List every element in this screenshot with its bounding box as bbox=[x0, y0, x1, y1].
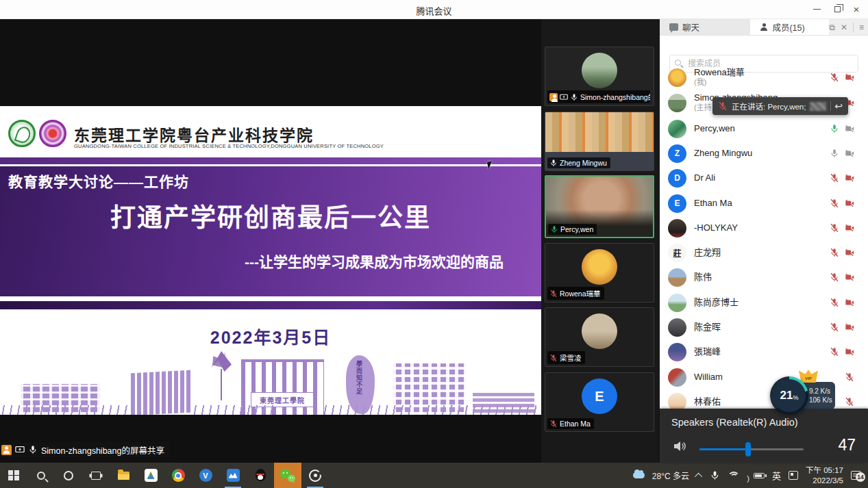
tab-chat[interactable]: 聊天 bbox=[660, 19, 750, 35]
input-language-indicator[interactable]: 英 bbox=[772, 469, 781, 482]
network-icon[interactable] bbox=[728, 472, 739, 480]
member-row[interactable]: -HOLYKAY bbox=[668, 216, 861, 240]
mic-icon[interactable] bbox=[830, 73, 839, 82]
cortana-button[interactable] bbox=[55, 463, 82, 488]
member-row[interactable]: 陈尚彦博士 bbox=[668, 290, 861, 315]
video-tile-simon[interactable]: Simon-zhangshibang的... bbox=[545, 47, 654, 106]
reply-arrow-icon[interactable]: ↩ bbox=[834, 101, 843, 111]
v-app-button[interactable]: V bbox=[192, 463, 219, 488]
screen-record-button[interactable] bbox=[301, 463, 329, 488]
start-button[interactable] bbox=[0, 463, 27, 488]
task-view-button[interactable] bbox=[82, 463, 110, 488]
mic-icon[interactable] bbox=[830, 149, 839, 158]
member-row[interactable]: 張瑞峰 bbox=[668, 339, 861, 364]
mic-icon[interactable] bbox=[830, 322, 839, 332]
mic-icon[interactable] bbox=[830, 347, 839, 357]
wechat-icon bbox=[280, 470, 295, 482]
college-name-cn: 东莞理工学院粤台产业科技学院 bbox=[74, 123, 314, 146]
restore-button[interactable] bbox=[827, 0, 847, 18]
volume-slider-track[interactable] bbox=[699, 448, 804, 450]
camera-icon[interactable] bbox=[845, 322, 854, 332]
tray-time: 下午 05:17 bbox=[806, 466, 843, 474]
camera-icon[interactable] bbox=[845, 298, 854, 307]
mic-icon[interactable] bbox=[830, 223, 839, 233]
mic-icon[interactable] bbox=[830, 272, 839, 282]
member-row[interactable]: Z Zheng Mingwu bbox=[668, 141, 861, 166]
qq-button[interactable] bbox=[247, 463, 274, 488]
mic-icon[interactable] bbox=[830, 198, 839, 208]
tray-mic-icon[interactable] bbox=[710, 470, 720, 480]
stone-text: 學而知不足 bbox=[355, 361, 364, 395]
hidden-icons-chevron[interactable] bbox=[695, 472, 702, 480]
tencent-meeting-button[interactable] bbox=[219, 463, 247, 488]
tile-label: Rowena瑞華 bbox=[547, 287, 604, 300]
member-name: William bbox=[694, 372, 723, 383]
screen-share-banner: Simon-zhangshibang的屏幕共享 bbox=[0, 442, 170, 457]
video-tile-percy-active-speaker[interactable]: Percy,wen bbox=[545, 175, 654, 238]
camera-icon[interactable] bbox=[845, 173, 854, 183]
video-tile-ethan[interactable]: E Ethan Ma bbox=[545, 372, 654, 432]
campus-illustration: 東莞理工學院 學而知不足 bbox=[0, 336, 541, 415]
popout-panel-icon[interactable]: ⧉ bbox=[829, 23, 835, 32]
camera-icon[interactable] bbox=[845, 124, 854, 133]
avatar: Z bbox=[668, 144, 686, 163]
avatar bbox=[668, 294, 686, 312]
camera-icon[interactable] bbox=[845, 248, 854, 257]
weather-cloud-icon[interactable] bbox=[633, 472, 645, 478]
video-tile-rowena[interactable]: Rowena瑞華 bbox=[545, 243, 654, 303]
mic-icon[interactable] bbox=[830, 173, 839, 183]
member-row[interactable]: 陈伟 bbox=[668, 265, 861, 290]
camera-icon[interactable] bbox=[845, 149, 854, 158]
grass-tuft bbox=[425, 405, 541, 415]
mic-icon[interactable] bbox=[845, 397, 854, 407]
net-speed-ring[interactable]: 21 % bbox=[770, 376, 808, 415]
app-store-button[interactable] bbox=[137, 463, 164, 488]
battery-icon[interactable] bbox=[754, 473, 765, 478]
taskbar-clock[interactable]: 下午 05:17 2022/3/5 bbox=[806, 465, 843, 486]
participant-name: 梁雪凌 bbox=[560, 352, 582, 363]
speaking-toast: 正在讲话: Percy,wen; ↩ bbox=[712, 97, 848, 115]
camera-icon[interactable] bbox=[845, 198, 854, 208]
tab-chat-label: 聊天 bbox=[682, 21, 699, 34]
camera-icon[interactable] bbox=[845, 73, 854, 82]
member-row[interactable]: 陈金晖 bbox=[668, 315, 861, 339]
camera-icon[interactable] bbox=[845, 347, 854, 357]
close-panel-icon[interactable]: ✕ bbox=[841, 23, 847, 32]
tab-members[interactable]: 成员(15) bbox=[750, 19, 829, 35]
close-button[interactable]: × bbox=[846, 0, 867, 18]
camera-icon[interactable] bbox=[845, 272, 854, 282]
member-row[interactable]: Rowena瑞華(我) bbox=[668, 64, 861, 90]
volume-slider-fill bbox=[699, 448, 748, 450]
mic-icon bbox=[549, 354, 558, 362]
action-center-icon[interactable]: 14 bbox=[851, 471, 861, 480]
slide-topic: 教育教学大讨论——工作坊 bbox=[8, 170, 189, 191]
chat-icon bbox=[669, 23, 678, 31]
taskbar-search-button[interactable] bbox=[27, 463, 55, 488]
mic-icon[interactable] bbox=[830, 298, 839, 307]
participant-name: Rowena瑞華 bbox=[560, 288, 601, 298]
volume-slider-thumb[interactable] bbox=[745, 442, 751, 457]
minimize-button[interactable] bbox=[806, 0, 827, 18]
member-name: Rowena瑞華 bbox=[694, 67, 745, 78]
ime-mode-icon[interactable] bbox=[789, 471, 798, 480]
tencent-meeting-icon bbox=[227, 469, 240, 482]
wechat-button[interactable] bbox=[274, 463, 301, 488]
mic-icon bbox=[549, 159, 558, 167]
muted-mic-icon[interactable] bbox=[718, 101, 728, 111]
video-tile-liang[interactable]: 梁雪凌 bbox=[545, 307, 654, 367]
mic-icon[interactable] bbox=[830, 124, 839, 133]
mic-icon[interactable] bbox=[830, 248, 839, 257]
file-explorer-button[interactable] bbox=[110, 463, 137, 488]
member-row[interactable]: 莊 庄龙翔 bbox=[668, 240, 861, 265]
member-row[interactable]: D Dr Ali bbox=[668, 166, 861, 190]
avatar bbox=[668, 343, 686, 361]
panel-menu-icon[interactable]: ≡ bbox=[859, 23, 864, 32]
camera-icon[interactable] bbox=[845, 223, 854, 233]
member-row[interactable]: Percy,wen bbox=[668, 116, 861, 141]
speaker-icon[interactable] bbox=[673, 440, 687, 452]
mic-icon[interactable] bbox=[845, 372, 854, 382]
weather-text[interactable]: 28°C 多云 bbox=[652, 470, 689, 481]
chrome-button[interactable] bbox=[164, 463, 192, 488]
video-tile-zheng[interactable]: Zheng Mingwu bbox=[545, 112, 654, 171]
member-row[interactable]: E Ethan Ma bbox=[668, 191, 861, 216]
